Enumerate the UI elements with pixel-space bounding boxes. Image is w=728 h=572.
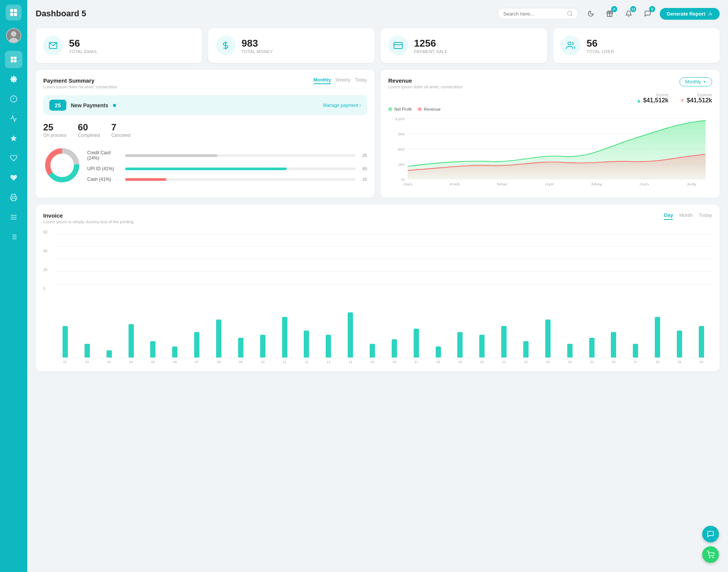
svg-text:Jan: Jan bbox=[403, 182, 413, 186]
bar-col-17 bbox=[428, 346, 449, 357]
bar-col-26 bbox=[625, 344, 646, 357]
invoice-tab-day[interactable]: Day bbox=[664, 212, 673, 220]
chat-button[interactable]: 5 bbox=[641, 7, 654, 20]
bar-25 bbox=[611, 332, 616, 357]
money-value: 983 bbox=[242, 38, 273, 49]
x-label-24: 25 bbox=[581, 360, 602, 364]
invoice-subtitle: Lorem ipsum is simply dummy text of the … bbox=[43, 219, 133, 224]
search-input[interactable] bbox=[503, 11, 564, 17]
legend-revenue: Revenue bbox=[418, 107, 441, 111]
manage-payment-link[interactable]: Manage payment › bbox=[323, 103, 361, 108]
x-label-14: 15 bbox=[362, 360, 383, 364]
sidebar-item-likes[interactable] bbox=[5, 169, 22, 186]
revenue-monthly-btn[interactable]: Monthly bbox=[679, 77, 712, 86]
x-label-21: 22 bbox=[515, 360, 537, 364]
x-label-20: 21 bbox=[493, 360, 515, 364]
x-label-28: 29 bbox=[669, 360, 690, 364]
generate-report-button[interactable]: Generate Report bbox=[660, 8, 720, 20]
svg-text:May: May bbox=[591, 182, 602, 186]
tab-monthly[interactable]: Monthly bbox=[314, 77, 331, 84]
bar-4 bbox=[150, 341, 155, 357]
tab-today[interactable]: Today bbox=[355, 77, 367, 84]
bell-button[interactable]: 12 bbox=[622, 7, 635, 20]
svg-point-5 bbox=[11, 31, 16, 36]
legend-net-profit: Net Profit bbox=[388, 107, 412, 111]
cash-bar-fill bbox=[125, 178, 166, 181]
sidebar bbox=[0, 0, 27, 572]
x-label-7: 08 bbox=[208, 360, 229, 364]
avatar[interactable] bbox=[6, 28, 21, 43]
y-label-40: 40 bbox=[43, 249, 47, 253]
x-label-1: 02 bbox=[77, 360, 98, 364]
sidebar-item-list[interactable] bbox=[5, 228, 22, 246]
sidebar-item-menu[interactable] bbox=[5, 208, 22, 226]
svg-rect-3 bbox=[14, 13, 17, 16]
search-box[interactable] bbox=[497, 8, 579, 19]
bar-col-21 bbox=[515, 341, 537, 357]
invoice-header: Invoice Lorem ipsum is simply dummy text… bbox=[43, 212, 712, 224]
svg-text:120: 120 bbox=[395, 117, 405, 121]
x-label-3: 04 bbox=[121, 360, 142, 364]
invoice-tab-today[interactable]: Today bbox=[699, 212, 712, 220]
mid-section: Payment Summary Lorem ipsum dolor sit am… bbox=[36, 70, 720, 198]
bar-15 bbox=[392, 339, 397, 357]
support-fab[interactable] bbox=[702, 526, 719, 542]
bar-col-25 bbox=[603, 332, 624, 357]
invoice-title: Invoice bbox=[43, 212, 133, 219]
bar-20 bbox=[501, 326, 507, 357]
invoice-tab-month[interactable]: Month bbox=[679, 212, 693, 220]
payment-stats-row: 25 On process 60 Completed 7 Canceled bbox=[43, 122, 367, 138]
payment-value: 1256 bbox=[414, 38, 448, 49]
header: Dashboard 5 2 12 5 Generate Repo bbox=[36, 7, 720, 20]
stat-card-user: 56 TOTAL USER bbox=[553, 28, 720, 63]
sidebar-item-print[interactable] bbox=[5, 189, 22, 206]
new-payments-bar: 25 New Payments Manage payment › bbox=[43, 95, 367, 115]
x-label-11: 12 bbox=[296, 360, 317, 364]
svg-text:Mar: Mar bbox=[497, 182, 507, 186]
bar-8 bbox=[238, 338, 243, 357]
sidebar-item-favorites[interactable] bbox=[5, 130, 22, 147]
bar-16 bbox=[414, 329, 419, 357]
sidebar-item-dashboard[interactable] bbox=[5, 51, 22, 68]
revenue-header: Revenue Lorem ipsum dolor sit amet, cons… bbox=[388, 77, 712, 89]
bar-13 bbox=[348, 312, 353, 357]
on-process-stat: 25 On process bbox=[43, 122, 66, 138]
revenue-chart: 120 90 60 30 0 bbox=[388, 114, 712, 190]
completed-value: 60 bbox=[78, 122, 100, 133]
svg-text:July: July bbox=[686, 182, 697, 186]
on-process-value: 25 bbox=[43, 122, 66, 133]
invoice-chart-wrap: 60 40 20 0 01020304050607080910111213141… bbox=[43, 230, 712, 364]
bell-badge: 12 bbox=[630, 6, 636, 12]
gift-badge: 2 bbox=[611, 6, 617, 12]
bar-col-5 bbox=[164, 346, 185, 357]
bar-11 bbox=[304, 331, 309, 358]
x-label-27: 28 bbox=[647, 360, 668, 364]
net-profit-label: Net Profit bbox=[394, 107, 412, 111]
user-icon bbox=[561, 36, 581, 55]
svg-point-25 bbox=[568, 11, 572, 16]
svg-rect-10 bbox=[14, 60, 17, 63]
sidebar-item-settings[interactable] bbox=[5, 71, 22, 88]
cart-fab[interactable] bbox=[702, 546, 719, 563]
bar-col-4 bbox=[142, 341, 163, 357]
bar-col-3 bbox=[121, 324, 142, 357]
invoice-x-labels: 0102030405060708091011121314151617181920… bbox=[55, 360, 712, 364]
header-actions: 2 12 5 Generate Report bbox=[497, 7, 720, 20]
stat-card-payment: 1256 PAYMENT SALE bbox=[381, 28, 547, 63]
payment-label: PAYMENT SALE bbox=[414, 49, 448, 54]
bar-col-27 bbox=[647, 317, 668, 357]
x-label-10: 11 bbox=[274, 360, 295, 364]
sidebar-item-analytics[interactable] bbox=[5, 110, 22, 127]
payment-summary-title: Payment Summary bbox=[43, 77, 118, 84]
revenue-title: Revenue bbox=[388, 77, 463, 84]
sidebar-logo[interactable] bbox=[6, 5, 22, 20]
sidebar-item-wishlist[interactable] bbox=[5, 149, 22, 167]
tab-weekly[interactable]: Weekly bbox=[336, 77, 350, 84]
x-label-29: 30 bbox=[691, 360, 712, 364]
invoice-section: Invoice Lorem ipsum is simply dummy text… bbox=[36, 205, 720, 371]
gift-button[interactable]: 2 bbox=[603, 7, 617, 20]
sidebar-item-info[interactable] bbox=[5, 90, 22, 108]
money-label: TOTAL MONEY bbox=[242, 49, 273, 54]
theme-toggle-button[interactable] bbox=[584, 7, 598, 20]
bar-col-8 bbox=[230, 338, 251, 357]
